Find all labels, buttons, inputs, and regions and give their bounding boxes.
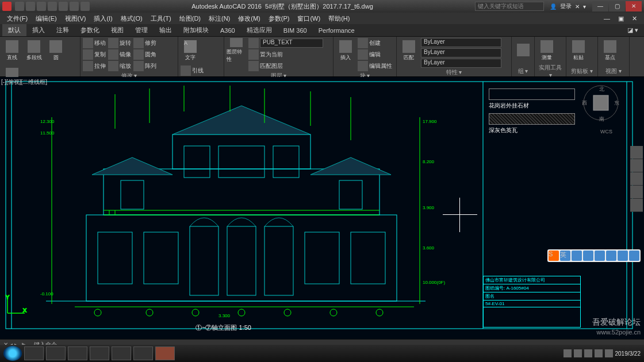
tab-manage[interactable]: 管理: [129, 24, 154, 36]
panel-util-label[interactable]: 实用工具 ▾: [537, 63, 564, 78]
menu-file[interactable]: 文件(F): [3, 14, 31, 23]
tab-view[interactable]: 视图: [105, 24, 129, 36]
tab-a360[interactable]: A360: [214, 25, 241, 36]
color-combo[interactable]: ByLayer: [421, 38, 501, 47]
menu-param[interactable]: 参数(P): [265, 14, 293, 23]
tab-default[interactable]: 默认: [2, 24, 26, 36]
doc-minimize-button[interactable]: —: [600, 15, 614, 22]
move-button[interactable]: 移动: [83, 38, 106, 48]
minimize-button[interactable]: —: [592, 1, 608, 11]
mirror-button[interactable]: 镜像: [108, 49, 131, 60]
basepoint-button[interactable]: 基点: [600, 38, 620, 63]
menu-edit[interactable]: 编辑(E): [32, 14, 60, 23]
ime-mode-icon[interactable]: [572, 251, 582, 261]
undo-icon[interactable]: [70, 2, 79, 11]
user-area[interactable]: 👤 登录 ✕ ▾: [550, 2, 586, 10]
tray-shield-icon[interactable]: [595, 349, 603, 357]
tab-performance[interactable]: Performance: [313, 25, 361, 36]
orbit-icon[interactable]: [630, 186, 643, 198]
ime-toolbar[interactable]: S 英: [547, 249, 641, 262]
exchange-icon[interactable]: ✕: [575, 3, 580, 10]
tray-network-icon[interactable]: [574, 349, 582, 357]
ribbon-expand-icon[interactable]: ◪ ▾: [622, 25, 644, 36]
taskbar-app3-icon[interactable]: [133, 346, 153, 360]
view-cube[interactable]: 北 南 西 东: [581, 83, 621, 123]
copy-button[interactable]: 复制: [83, 49, 106, 60]
tray-clock[interactable]: 2019/3/22: [615, 351, 641, 357]
doc-close-button[interactable]: ✕: [628, 15, 641, 22]
tab-featured[interactable]: 精选应用: [241, 24, 278, 36]
trim-button[interactable]: 修剪: [133, 38, 156, 48]
app-logo-icon[interactable]: [2, 2, 12, 11]
make-current-icon[interactable]: [248, 49, 259, 60]
menu-modify[interactable]: 修改(M): [235, 14, 264, 23]
menu-help[interactable]: 帮助(H): [325, 14, 353, 23]
tab-bim360[interactable]: BIM 360: [278, 25, 313, 36]
tab-output[interactable]: 输出: [154, 24, 178, 36]
menu-insert[interactable]: 插入(I): [90, 14, 116, 23]
taskbar-app2-icon[interactable]: [112, 346, 131, 360]
ltype-combo[interactable]: ByLayer: [421, 59, 501, 68]
tab-addins[interactable]: 附加模块: [178, 24, 214, 36]
viewport-label[interactable]: [-][俯视][二维线框]: [1, 78, 47, 86]
saveas-icon[interactable]: [48, 2, 57, 11]
tab-annotate[interactable]: 注释: [51, 24, 75, 36]
match-layer-button[interactable]: 匹配图层: [260, 62, 283, 70]
fillet-button[interactable]: 圆角: [133, 49, 156, 60]
menu-dim[interactable]: 标注(N): [205, 14, 233, 23]
menu-format[interactable]: 格式(O): [117, 14, 146, 23]
close-button[interactable]: ✕: [626, 1, 642, 11]
pan-icon[interactable]: [630, 159, 643, 172]
menu-window[interactable]: 窗口(W): [294, 14, 324, 23]
taskbar-ie-icon[interactable]: [24, 346, 44, 360]
polyline-button[interactable]: 多段线: [24, 38, 44, 63]
ime-skin-icon[interactable]: [618, 251, 628, 261]
doc-restore-button[interactable]: ▣: [615, 15, 627, 22]
create-block-button[interactable]: 创建: [358, 38, 392, 48]
taskbar-chrome-icon[interactable]: [68, 346, 87, 360]
ime-menu-icon[interactable]: [629, 251, 639, 261]
text-button[interactable]: A文字: [181, 38, 200, 63]
dimension-button[interactable]: 引线: [181, 66, 204, 76]
panel-view-label[interactable]: 视图 ▾: [600, 67, 627, 75]
layer-combo[interactable]: PUB_TEXT: [260, 38, 323, 48]
panel-group-label[interactable]: 组 ▾: [514, 67, 532, 75]
open-icon[interactable]: [26, 2, 35, 11]
tray-app-icon[interactable]: [605, 349, 613, 357]
new-icon[interactable]: [15, 2, 24, 11]
layer-properties-button[interactable]: 图层特性: [227, 38, 246, 63]
drawing-area[interactable]: [-][俯视][二维线框]: [0, 77, 644, 339]
taskbar-app1-icon[interactable]: [90, 346, 109, 360]
circle-button[interactable]: 圆: [46, 38, 66, 63]
tab-insert[interactable]: 插入: [26, 24, 51, 36]
panel-clip-label[interactable]: 剪贴板 ▾: [569, 67, 595, 75]
save-icon[interactable]: [37, 2, 46, 11]
showmotion-icon[interactable]: [630, 199, 643, 211]
insert-block-button[interactable]: 插入: [336, 38, 355, 63]
taskbar-explorer-icon[interactable]: [46, 346, 66, 360]
menu-view[interactable]: 视图(V): [62, 14, 90, 23]
array-button[interactable]: 阵列: [133, 61, 156, 71]
group-button[interactable]: [514, 38, 532, 63]
help-icon[interactable]: ▾: [583, 3, 586, 10]
start-button[interactable]: [3, 346, 22, 361]
tray-flag-icon[interactable]: [564, 349, 572, 357]
panel-prop-label[interactable]: 特性 ▾: [399, 68, 509, 76]
line-button[interactable]: 直线: [2, 38, 22, 63]
plot-icon[interactable]: [59, 2, 68, 11]
stretch-button[interactable]: 拉伸: [83, 61, 106, 71]
edit-block-button[interactable]: 编辑: [358, 49, 392, 60]
layerstate-icon[interactable]: [248, 38, 259, 48]
ime-emoji-icon[interactable]: [583, 251, 593, 261]
rotate-button[interactable]: 旋转: [108, 38, 131, 48]
lweight-combo[interactable]: ByLayer: [421, 48, 501, 57]
maximize-button[interactable]: ▢: [609, 1, 625, 11]
measure-button[interactable]: 测量: [537, 38, 557, 63]
paste-button[interactable]: 粘贴: [569, 38, 588, 63]
zoom-extents-icon[interactable]: [630, 172, 643, 185]
edit-attr-button[interactable]: 编辑属性: [358, 61, 392, 71]
menu-draw[interactable]: 绘图(D): [176, 14, 204, 23]
match-props-button[interactable]: 匹配: [399, 38, 419, 63]
ime-voice-icon[interactable]: [595, 251, 605, 261]
steering-wheel-icon[interactable]: [630, 146, 643, 159]
